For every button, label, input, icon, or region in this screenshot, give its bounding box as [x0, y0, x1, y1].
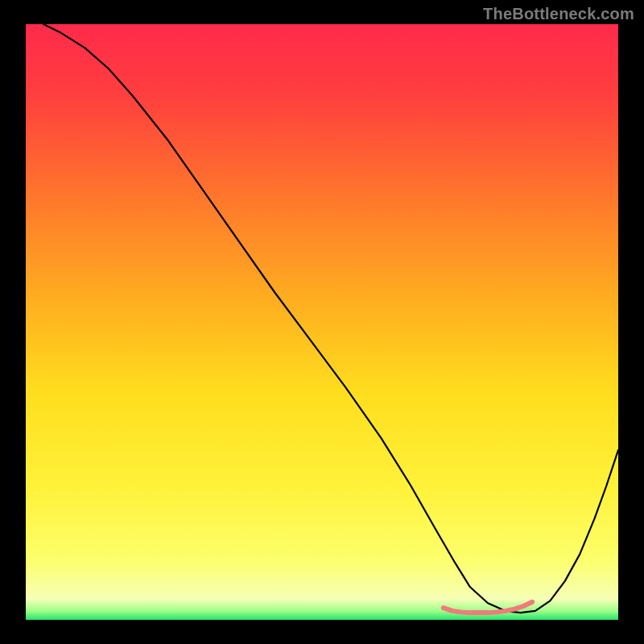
chart-frame: TheBottleneck.com — [0, 0, 644, 644]
gradient-bg — [26, 24, 618, 620]
plot-area — [26, 24, 618, 620]
chart-svg — [26, 24, 618, 620]
watermark-label: TheBottleneck.com — [483, 5, 634, 23]
